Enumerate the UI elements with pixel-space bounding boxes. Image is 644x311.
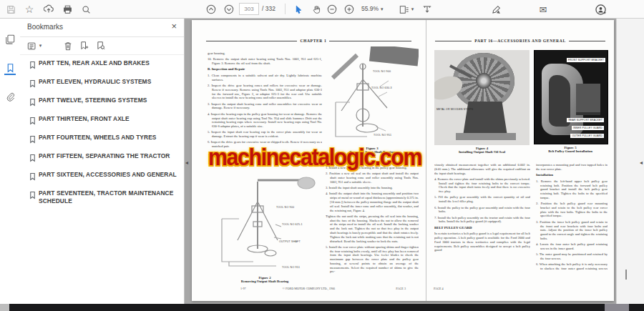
figure-caption: Figure 4 Installing Output Shaft Oil Sea…: [434, 147, 530, 154]
tools-panel-strip: ◂: [616, 18, 644, 304]
fill-and-sign-button[interactable]: [490, 3, 503, 16]
bookmark-label: PART SEVENTEEN, TRACTOR MAINTENANCE SCHE…: [39, 189, 178, 206]
expand-current-bookmark-button[interactable]: [94, 39, 107, 52]
document-area[interactable]: ◂ CHAPTER 1 gear housing. 10. Remove the…: [184, 18, 617, 304]
scrolling-pages-icon: [422, 4, 432, 14]
chevron-down-icon: ▾: [39, 43, 42, 49]
figure-5-photo: FRONT SUPPORT BRACKETREAR SUPPORT BRACKE…: [534, 50, 608, 144]
close-panel-button[interactable]: ×: [171, 21, 177, 31]
taskbar-segment: [0, 304, 9, 311]
bookmark-item[interactable]: PART FIFTEEN, SEPARATING THE TRACTOR: [20, 149, 184, 168]
photo-label: FRONT SUPPORT BRACKET: [567, 58, 605, 62]
figure-label: TOOL NO 951: [374, 134, 391, 137]
bookmark-icon: [29, 189, 39, 202]
bookmark-item[interactable]: PART SIXTEEN, ACCESSORIES AND GENERAL: [20, 168, 184, 187]
zoom-out-button[interactable]: [326, 3, 338, 16]
page-total-label: / 332: [262, 5, 275, 12]
pdf-viewer-window: ☆ / 332: [0, 0, 644, 311]
bookmark-label: PART THIRTEEN, FRONT AXLE: [39, 115, 130, 123]
collapse-panel-arrow[interactable]: ◂: [185, 159, 188, 166]
add-account-button[interactable]: [594, 3, 607, 16]
paragraph: gear housing.: [208, 51, 322, 56]
section-heading: BELT PULLEY GUARD: [434, 226, 530, 230]
printer-icon: [63, 5, 72, 14]
page-thumbnails-tab[interactable]: [4, 34, 16, 45]
body-column: viously obtained measurement together wi…: [434, 163, 530, 270]
new-bookmark-button[interactable]: [77, 39, 90, 52]
delete-bookmark-button[interactable]: [62, 39, 74, 52]
bookmark-item[interactable]: PART SEVENTEEN, TRACTOR MAINTENANCE SCHE…: [20, 187, 184, 209]
bookmarks-panel-header: Bookmarks ×: [20, 18, 184, 37]
bookmark-options-button[interactable]: ▾: [26, 39, 43, 52]
paragraph: Tighten the nut until the strips, pressi…: [326, 214, 419, 243]
hand-tool-button[interactable]: [310, 3, 323, 16]
toolbar: ☆ / 332: [0, 0, 644, 19]
bookmark-item[interactable]: PART TEN, REAR AXLE AND BRAKES: [20, 56, 184, 75]
paragraph: 10. Remove the output shaft outer bearin…: [208, 57, 322, 66]
search-button[interactable]: [79, 3, 92, 16]
zoom-in-button[interactable]: [343, 3, 356, 16]
page-up-button[interactable]: [205, 3, 218, 16]
bookmarks-tab[interactable]: [4, 62, 16, 75]
share-upload-button[interactable]: [42, 3, 55, 16]
save-button[interactable]: [4, 3, 17, 16]
running-header: PART 16—ACCESSORIES AND GENERAL: [435, 39, 605, 43]
bookmark-icon: [29, 78, 39, 91]
taskbar-segment: [605, 304, 629, 311]
star-icon: ☆: [25, 4, 34, 14]
print-button[interactable]: [61, 3, 74, 16]
footer-copyright: © FORD MOTOR COMPANY LTD., 1966: [283, 287, 335, 290]
paragraph: In certain territories a belt pulley gua…: [434, 232, 530, 252]
paragraph: 2. Position a new oil seal on the output…: [326, 172, 419, 184]
bookmark-item[interactable]: PART TWELVE, STEERING SYSTEMS: [20, 94, 184, 112]
upload-cloud-icon: [44, 4, 54, 14]
zoom-level-dropdown[interactable]: 55.9%▾: [361, 5, 384, 12]
paragraph: 1. Clean components in a suitable solven…: [208, 74, 322, 82]
panel-title: Bookmarks: [27, 23, 63, 31]
page-down-button[interactable]: [223, 3, 235, 16]
bookmark-label: PART ELEVEN, HYDRAULIC SYSTEMS: [39, 78, 151, 86]
envelope-icon: ✉: [540, 5, 547, 14]
chevron-left-icon: ◂: [185, 159, 188, 166]
paragraph: 3. Position the inner belt pulley guard …: [536, 220, 608, 241]
paragraph: 2. Position the belt pulley guard rear m…: [536, 202, 608, 218]
figure-2-drawing: TOOL NO 900TOOL NO 625-1OUTPUT SHAFTTOOL…: [208, 174, 322, 275]
bookmarks-actions-bar: ▾: [20, 36, 184, 55]
page-scrolling-button[interactable]: [421, 3, 434, 16]
chapter-header-label: CHAPTER 1: [300, 39, 326, 43]
attachments-tab[interactable]: [4, 91, 16, 102]
bookmark-item[interactable]: PART ELEVEN, HYDRAULIC SYSTEMS: [20, 75, 184, 94]
favorite-button[interactable]: ☆: [23, 3, 36, 16]
open-tools-panel-arrow[interactable]: ◂: [640, 159, 643, 166]
taskbar: [0, 304, 644, 311]
page-footer: 1-97 © FORD MOTOR COMPANY LTD., 1966 PAG…: [192, 287, 426, 292]
page-view-dropdown[interactable]: ▾: [398, 3, 415, 16]
paragraph: 4. Inspect the bearing cups in the pulle…: [208, 112, 322, 129]
send-email-button[interactable]: ✉: [537, 3, 550, 16]
zoom-level-value: 55.9%: [361, 5, 379, 12]
paragraph: 1. Remove the left-hand upper belt pulle…: [536, 179, 608, 200]
page-layout-icon: [399, 5, 409, 14]
paragraph: 2. Inspect the drive gear bearing cones …: [208, 84, 322, 100]
bookmark-icon: [29, 59, 39, 72]
bookmark-icon: [29, 171, 39, 184]
section-heading: Installation: [536, 173, 608, 177]
select-tool-button[interactable]: [292, 3, 305, 16]
chevron-left-icon: ◂: [640, 159, 643, 166]
figure-label: TOOL NO 625-1: [282, 223, 303, 226]
page-number-input[interactable]: [239, 3, 259, 15]
photo-label: INNER PULLEY GUARD: [572, 126, 604, 130]
scrollbar-thumb[interactable]: [625, 270, 627, 280]
bookmark-label: PART FOURTEEN, WHEELS AND TYRES: [39, 134, 157, 142]
figure-title: Removing Output Shaft Bearing: [208, 280, 322, 283]
figure-label: TOOL NO 630-3: [371, 87, 392, 89]
figure-title: Installing Output Shaft Oil Seal: [434, 150, 530, 154]
bookmark-label: PART FIFTEEN, SEPARATING THE TRACTOR: [39, 152, 170, 160]
watermark: machinecatalogic.com: [208, 144, 426, 171]
bookmark-locate-icon: [96, 41, 105, 51]
paragraph: 3. Install the input shaft assembly into…: [326, 186, 419, 190]
bookmark-item[interactable]: PART THIRTEEN, FRONT AXLE: [20, 112, 184, 131]
chevron-down-icon: ▾: [411, 6, 414, 12]
bookmark-item[interactable]: PART FOURTEEN, WHEELS AND TYRES: [20, 131, 184, 149]
figure-caption: Figure 2 Removing Output Shaft Bearing: [208, 276, 322, 283]
